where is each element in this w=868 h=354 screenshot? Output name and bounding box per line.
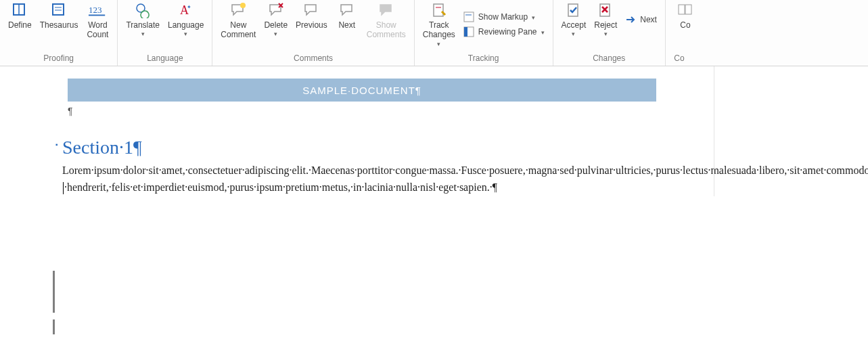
translate-button[interactable]: Translate ▾ xyxy=(122,0,164,39)
body-paragraph[interactable]: Lorem·ipsum·dolor·sit·amet,·consectetuer… xyxy=(62,162,691,196)
reviewing-pane-button[interactable]: Reviewing Pane ▾ xyxy=(463,26,545,37)
comment-new-icon xyxy=(227,1,250,19)
new-comment-button[interactable]: New Comment xyxy=(216,0,260,41)
svg-rect-24 xyxy=(685,5,691,14)
define-button[interactable]: Define xyxy=(4,0,36,31)
comment-prev-icon xyxy=(300,1,323,19)
language-button[interactable]: A✦ Language ▾ xyxy=(164,0,208,39)
track-changes-button[interactable]: Track Changes ▾ xyxy=(419,0,459,49)
group-label-compare: Co xyxy=(670,53,689,64)
svg-rect-18 xyxy=(464,27,467,37)
chevron-down-icon: ▾ xyxy=(541,29,545,36)
language-icon: A✦ xyxy=(175,1,198,19)
wordcount-icon: 123 xyxy=(86,1,109,19)
markup-icon xyxy=(463,12,474,22)
chevron-down-icon: ▾ xyxy=(184,30,187,38)
book-icon xyxy=(8,1,31,19)
next-comment-button[interactable]: Next xyxy=(332,0,363,31)
document-title[interactable]: SAMPLE·DOCUMENT¶ xyxy=(68,79,656,102)
group-label-changes: Changes xyxy=(557,53,661,64)
group-label-proofing: Proofing xyxy=(4,53,113,64)
next-change-button[interactable]: Next xyxy=(625,14,657,25)
comment-pane: Lori Insert·text·here.¶ xyxy=(714,66,868,196)
delete-comment-button[interactable]: Delete ▾ xyxy=(260,0,292,39)
ribbon: Define Thesaurus 123 Word Count Proofing… xyxy=(0,0,868,66)
accept-icon xyxy=(562,1,585,19)
document[interactable]: SAMPLE·DOCUMENT¶ ¶ ▪ Section·1¶ Lorem·ip… xyxy=(0,66,714,196)
chevron-down-icon: ▾ xyxy=(437,41,440,48)
svg-rect-15 xyxy=(464,12,474,22)
group-tracking: Track Changes ▾ Show Markup ▾ Reviewing … xyxy=(415,0,553,66)
group-language: Translate ▾ A✦ Language ▾ Language xyxy=(118,0,212,66)
next-arrow-icon xyxy=(625,14,636,25)
show-comments-button: Show Comments xyxy=(363,0,410,41)
previous-comment-button[interactable]: Previous xyxy=(292,0,332,31)
svg-point-10 xyxy=(240,3,246,8)
heading-section-1[interactable]: ▪ Section·1¶ xyxy=(62,137,714,158)
chevron-down-icon: ▾ xyxy=(572,30,575,38)
group-comments: New Comment Delete ▾ Previous Next Show … xyxy=(212,0,414,66)
comment-delete-icon xyxy=(265,1,288,19)
empty-paragraph[interactable]: ¶ xyxy=(68,106,714,116)
comment-show-icon xyxy=(375,1,398,19)
track-changes-icon xyxy=(428,1,451,19)
text-caret xyxy=(63,182,64,194)
accept-button[interactable]: Accept ▾ xyxy=(557,0,591,39)
svg-text:✦: ✦ xyxy=(187,4,191,10)
document-stage: SAMPLE·DOCUMENT¶ ¶ ▪ Section·1¶ Lorem·ip… xyxy=(0,66,868,196)
svg-text:123: 123 xyxy=(89,5,102,15)
show-markup-button[interactable]: Show Markup ▾ xyxy=(463,12,545,22)
group-label-tracking: Tracking xyxy=(419,53,549,64)
group-label-comments: Comments xyxy=(216,53,409,64)
reject-button[interactable]: Reject ▾ xyxy=(590,0,621,39)
chevron-down-icon: ▾ xyxy=(274,30,277,38)
compare-icon xyxy=(674,1,693,19)
thesaurus-icon xyxy=(47,1,70,19)
svg-rect-13 xyxy=(434,4,443,16)
group-compare: Co Co xyxy=(666,0,693,66)
group-label-language: Language xyxy=(122,53,208,64)
group-changes: Accept ▾ Reject ▾ Next Changes xyxy=(553,0,666,66)
translate-icon xyxy=(131,1,154,19)
svg-rect-2 xyxy=(53,4,64,15)
thesaurus-button[interactable]: Thesaurus xyxy=(36,0,83,31)
chevron-down-icon: ▾ xyxy=(141,30,145,38)
wordcount-button[interactable]: 123 Word Count xyxy=(82,0,113,41)
reviewpane-icon xyxy=(463,26,474,37)
compare-button[interactable]: Co xyxy=(670,0,693,31)
comment-next-icon xyxy=(336,1,359,19)
group-proofing: Define Thesaurus 123 Word Count Proofing xyxy=(0,0,118,66)
svg-rect-23 xyxy=(679,5,685,14)
reject-icon xyxy=(594,1,617,19)
chevron-down-icon: ▾ xyxy=(604,30,608,38)
chevron-down-icon: ▾ xyxy=(532,14,535,21)
anchor-icon: ▪ xyxy=(55,141,58,148)
